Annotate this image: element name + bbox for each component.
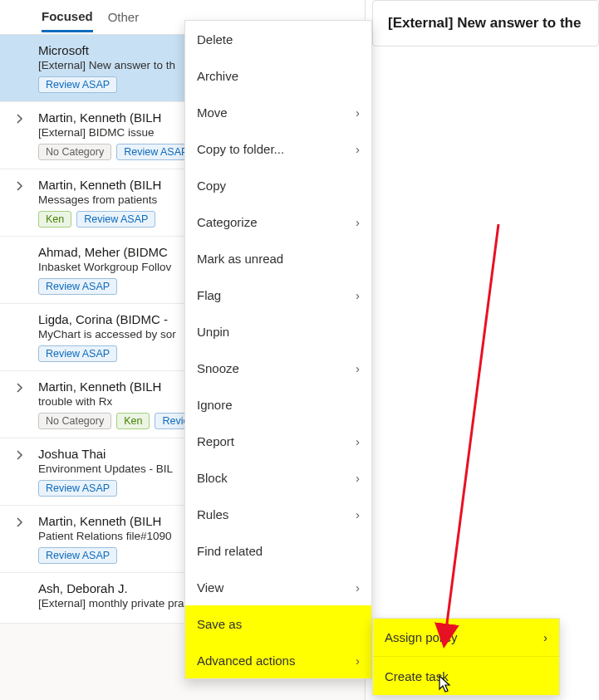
expand-toggle bbox=[7, 312, 33, 316]
chevron-right-icon: › bbox=[356, 580, 360, 595]
chevron-right-icon bbox=[15, 383, 25, 393]
chevron-right-icon: › bbox=[356, 288, 360, 302]
menu-flag[interactable]: Flag› bbox=[185, 277, 371, 313]
expand-toggle bbox=[7, 43, 33, 47]
category-tag[interactable]: Review ASAP bbox=[38, 345, 117, 362]
svg-line-0 bbox=[445, 224, 498, 636]
reading-pane-title: [External] New answer to the bbox=[388, 15, 581, 32]
menu-ignore[interactable]: Ignore bbox=[185, 386, 371, 423]
category-tag[interactable]: No Category bbox=[38, 144, 111, 160]
category-tag[interactable]: Review ASAP bbox=[38, 547, 117, 564]
expand-toggle[interactable] bbox=[7, 379, 33, 393]
category-tag[interactable]: No Category bbox=[38, 413, 111, 429]
menu-unpin[interactable]: Unpin bbox=[185, 313, 371, 350]
chevron-right-icon bbox=[15, 450, 25, 460]
chevron-right-icon: › bbox=[543, 630, 547, 644]
menu-archive[interactable]: Archive bbox=[185, 57, 371, 94]
expand-toggle bbox=[7, 245, 33, 248]
chevron-right-icon: › bbox=[356, 471, 360, 485]
expand-toggle[interactable] bbox=[7, 110, 33, 124]
menu-move[interactable]: Move› bbox=[185, 94, 371, 130]
menu-rules[interactable]: Rules› bbox=[185, 496, 371, 532]
chevron-right-icon: › bbox=[356, 142, 360, 156]
menu-mark-unread[interactable]: Mark as unread bbox=[185, 240, 371, 277]
menu-copy[interactable]: Copy bbox=[185, 167, 371, 203]
chevron-right-icon bbox=[15, 114, 25, 124]
chevron-right-icon: › bbox=[356, 507, 360, 521]
chevron-right-icon: › bbox=[356, 361, 360, 375]
menu-report[interactable]: Report› bbox=[185, 423, 371, 459]
menu-copy-to-folder[interactable]: Copy to folder...› bbox=[185, 130, 371, 167]
category-tag[interactable]: Review ASAP bbox=[38, 76, 117, 93]
menu-block[interactable]: Block› bbox=[185, 459, 371, 496]
advanced-actions-submenu: Assign policy› Create task bbox=[372, 618, 560, 696]
expand-toggle[interactable] bbox=[7, 447, 33, 460]
menu-advanced-actions[interactable]: Advanced actions› bbox=[185, 642, 371, 678]
menu-snooze[interactable]: Snooze› bbox=[185, 350, 371, 386]
chevron-right-icon bbox=[15, 517, 25, 527]
category-tag[interactable]: Ken bbox=[38, 211, 71, 228]
category-tag[interactable]: Review ASAP bbox=[38, 480, 117, 497]
tab-other[interactable]: Other bbox=[108, 10, 140, 31]
annotation-arrow bbox=[415, 221, 523, 653]
menu-delete[interactable]: Delete bbox=[185, 21, 371, 57]
menu-save-as[interactable]: Save as bbox=[185, 605, 371, 642]
submenu-create-task[interactable]: Create task bbox=[373, 657, 559, 695]
chevron-right-icon bbox=[15, 181, 25, 191]
submenu-assign-policy[interactable]: Assign policy› bbox=[373, 619, 559, 657]
category-tag[interactable]: Review ASAP bbox=[38, 278, 117, 295]
context-menu: Delete Archive Move› Copy to folder...› … bbox=[184, 20, 372, 679]
menu-view[interactable]: View› bbox=[185, 569, 371, 605]
chevron-right-icon: › bbox=[356, 653, 360, 668]
reading-pane-header: [External] New answer to the bbox=[372, 0, 599, 47]
menu-categorize[interactable]: Categorize› bbox=[185, 203, 371, 240]
expand-toggle bbox=[7, 581, 33, 585]
chevron-right-icon: › bbox=[356, 434, 360, 448]
chevron-right-icon: › bbox=[356, 215, 360, 229]
category-tag[interactable]: Ken bbox=[116, 413, 150, 429]
expand-toggle[interactable] bbox=[7, 178, 33, 191]
category-tag[interactable]: Review ASAP bbox=[76, 211, 155, 228]
expand-toggle[interactable] bbox=[7, 514, 33, 527]
menu-find-related[interactable]: Find related bbox=[185, 532, 371, 569]
chevron-right-icon: › bbox=[356, 105, 360, 120]
tab-focused[interactable]: Focused bbox=[42, 9, 93, 32]
